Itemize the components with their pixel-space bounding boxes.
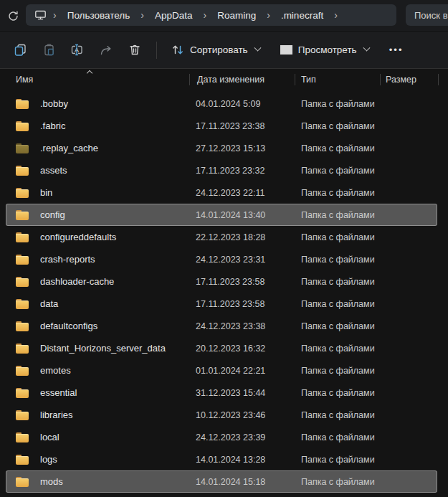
folder-icon <box>16 455 29 465</box>
file-row[interactable]: local 24.12.2023 23:39 Папка с файлами <box>6 426 437 448</box>
file-row[interactable]: libraries 10.12.2023 23:46 Папка с файла… <box>6 404 437 426</box>
file-type: Папка с файлами <box>301 366 375 376</box>
refresh-button[interactable] <box>3 6 23 26</box>
view-label: Просмотреть <box>298 44 357 55</box>
column-header-type[interactable]: Тип <box>295 69 381 90</box>
column-header-date-modified[interactable]: Дата изменения <box>190 69 295 90</box>
file-type: Папка с файлами <box>301 432 375 442</box>
file-type: Папка с файлами <box>301 210 375 220</box>
breadcrumb-item[interactable]: .minecraft <box>277 8 328 23</box>
breadcrumb-item[interactable]: Пользователь <box>63 8 135 23</box>
folder-icon <box>16 344 29 354</box>
file-row[interactable]: emotes 01.01.2024 22:21 Папка с файлами <box>6 359 437 382</box>
file-row[interactable]: defaultconfigs 24.12.2023 23:38 Папка с … <box>6 315 437 337</box>
file-type: Папка с файлами <box>301 143 375 153</box>
file-date-modified: 14.01.2024 13:28 <box>196 455 265 465</box>
file-type: Папка с файлами <box>301 99 375 109</box>
toolbar-divider <box>156 42 157 59</box>
folder-icon <box>16 99 29 109</box>
search-box[interactable] <box>406 4 448 26</box>
file-type: Папка с файлами <box>301 410 375 420</box>
breadcrumb-item[interactable]: Roaming <box>213 8 260 23</box>
file-row[interactable]: Distant_Horizons_server_data 20.12.2023 … <box>6 337 437 359</box>
file-type: Папка с файлами <box>301 344 375 354</box>
rename-icon: A <box>71 44 85 56</box>
paste-button[interactable] <box>34 37 63 63</box>
file-row[interactable]: crash-reports 24.12.2023 23:31 Папка с ф… <box>6 248 437 270</box>
file-name: Distant_Horizons_server_data <box>40 343 166 354</box>
breadcrumb-chevron-icon[interactable]: › <box>328 9 344 21</box>
file-list: .bobby 04.01.2024 5:09 Папка с файлами .… <box>0 90 448 493</box>
file-type: Папка с файлами <box>301 455 375 465</box>
this-pc-icon[interactable] <box>34 9 47 21</box>
column-header-name[interactable]: Имя <box>0 69 190 90</box>
file-name: bin <box>40 187 52 198</box>
sort-icon <box>171 44 184 55</box>
file-date-modified: 24.12.2023 23:38 <box>196 321 265 331</box>
file-name: emotes <box>40 365 71 376</box>
file-type: Папка с файлами <box>301 255 375 265</box>
breadcrumb-chevron-icon[interactable]: › <box>134 9 151 21</box>
file-row[interactable]: .replay_cache 27.12.2023 15:13 Папка с ф… <box>6 137 437 159</box>
delete-icon <box>129 44 140 56</box>
file-row[interactable]: config 14.01.2024 13:40 Папка с файлами <box>6 204 437 226</box>
file-name: local <box>40 432 59 442</box>
file-name: mods <box>40 476 63 487</box>
file-row[interactable]: dashloader-cache 17.11.2023 23:58 Папка … <box>6 270 437 293</box>
file-date-modified: 27.12.2023 15:13 <box>196 143 265 153</box>
file-date-modified: 10.12.2023 23:46 <box>196 410 265 420</box>
search-input[interactable] <box>414 10 448 21</box>
folder-icon <box>16 121 29 131</box>
folder-icon <box>16 277 29 287</box>
file-name: essential <box>40 387 77 398</box>
folder-icon <box>16 410 29 420</box>
folder-icon <box>16 166 29 176</box>
view-button[interactable]: Просмотреть <box>273 37 376 63</box>
breadcrumb: ›Пользователь›AppData›Roaming›.minecraft… <box>47 8 344 23</box>
breadcrumb-chevron-icon[interactable]: › <box>47 9 63 21</box>
folder-icon <box>16 388 29 398</box>
column-header-row: Имя Дата изменения Тип Размер <box>0 69 448 90</box>
file-date-modified: 01.01.2024 22:21 <box>196 366 265 376</box>
file-row[interactable]: configureddefaults 22.12.2023 18:28 Папк… <box>6 226 437 248</box>
file-row[interactable]: .bobby 04.01.2024 5:09 Папка с файлами <box>6 93 437 115</box>
file-row[interactable]: logs 14.01.2024 13:28 Папка с файлами <box>6 448 437 470</box>
file-name: .bobby <box>40 98 68 109</box>
file-date-modified: 22.12.2023 18:28 <box>196 232 265 242</box>
file-name: data <box>40 298 58 309</box>
file-row[interactable]: bin 24.12.2023 22:11 Папка с файлами <box>6 181 437 204</box>
file-row[interactable]: assets 17.11.2023 23:32 Папка с файлами <box>6 159 437 181</box>
file-date-modified: 24.12.2023 23:31 <box>196 255 265 265</box>
file-name: config <box>40 209 65 220</box>
rename-button[interactable]: A <box>63 37 92 63</box>
breadcrumb-chevron-icon[interactable]: › <box>197 9 214 21</box>
file-explorer-window: ›Пользователь›AppData›Roaming›.minecraft… <box>0 0 448 497</box>
breadcrumb-chevron-icon[interactable]: › <box>260 9 277 21</box>
file-row[interactable]: .fabric 17.11.2023 23:38 Папка с файлами <box>6 115 437 137</box>
address-field[interactable]: ›Пользователь›AppData›Roaming›.minecraft… <box>26 4 396 26</box>
copy-button[interactable] <box>6 37 34 63</box>
delete-button[interactable] <box>120 37 149 63</box>
refresh-icon <box>7 10 19 22</box>
file-date-modified: 04.01.2024 5:09 <box>196 99 260 109</box>
file-name: logs <box>40 454 57 465</box>
sort-label: Сортировать <box>190 44 248 55</box>
breadcrumb-item[interactable]: AppData <box>151 8 197 23</box>
file-date-modified: 17.11.2023 23:58 <box>196 299 264 309</box>
command-toolbar: A <box>0 32 448 69</box>
file-row[interactable]: data 17.11.2023 23:58 Папка с файлами <box>6 293 437 315</box>
file-type: Папка с файлами <box>301 121 375 131</box>
file-date-modified: 24.12.2023 22:11 <box>196 188 264 198</box>
copy-icon <box>14 44 27 56</box>
more-options-button[interactable]: ••• <box>382 37 411 63</box>
folder-icon <box>16 477 29 487</box>
column-header-size[interactable]: Размер <box>381 69 439 90</box>
sort-button[interactable]: Сортировать <box>164 37 267 63</box>
share-button[interactable] <box>92 37 120 63</box>
folder-icon <box>16 232 29 242</box>
file-date-modified: 14.01.2024 15:18 <box>196 477 265 487</box>
sort-ascending-icon <box>87 70 92 76</box>
file-row[interactable]: mods 14.01.2024 15:18 Папка с файлами <box>6 470 437 493</box>
file-row[interactable]: essential 31.12.2023 15:44 Папка с файла… <box>6 382 437 404</box>
file-date-modified: 17.11.2023 23:58 <box>196 277 264 287</box>
